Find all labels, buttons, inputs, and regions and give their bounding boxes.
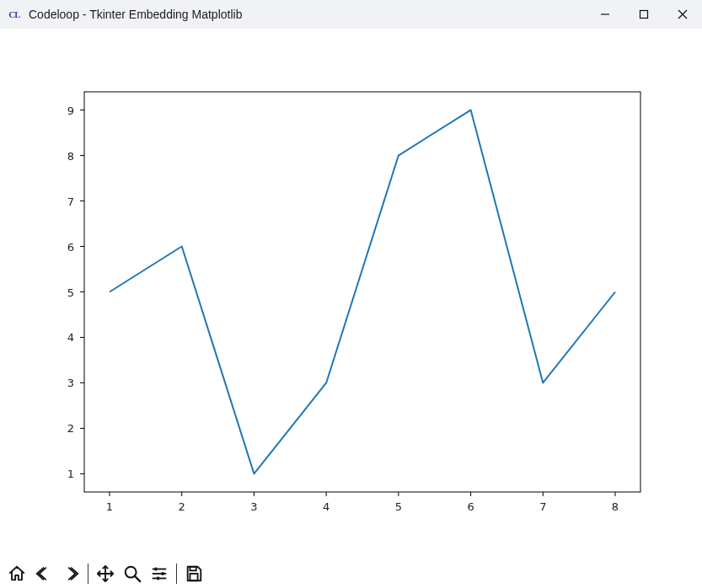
x-tick-label: 6 bbox=[467, 500, 474, 513]
x-tick-label: 2 bbox=[179, 500, 185, 513]
y-tick-label: 6 bbox=[67, 241, 74, 254]
toolbar-separator bbox=[88, 564, 88, 584]
svg-rect-31 bbox=[190, 574, 197, 580]
titlebar[interactable]: CL Codeloop - Tkinter Embedding Matplotl… bbox=[0, 0, 702, 29]
window-title: Codeloop - Tkinter Embedding Matplotlib bbox=[29, 8, 242, 21]
svg-rect-4 bbox=[84, 92, 640, 492]
window-controls bbox=[586, 0, 702, 29]
forward-icon bbox=[62, 564, 80, 583]
svg-rect-27 bbox=[155, 568, 158, 571]
configure-button[interactable] bbox=[147, 562, 171, 585]
save-icon bbox=[185, 564, 203, 583]
chart-svg: 12345678123456789 bbox=[0, 29, 702, 559]
y-tick-label: 1 bbox=[67, 468, 74, 480]
close-button[interactable] bbox=[663, 0, 702, 29]
toolbar-separator bbox=[176, 564, 177, 584]
svg-line-23 bbox=[135, 576, 140, 581]
zoom-icon bbox=[123, 564, 142, 583]
x-tick-label: 8 bbox=[612, 500, 619, 513]
y-tick-label: 7 bbox=[67, 195, 74, 208]
maximize-button[interactable] bbox=[624, 0, 663, 29]
zoom-button[interactable] bbox=[121, 562, 144, 585]
back-button[interactable] bbox=[32, 562, 56, 585]
chart-area: 12345678123456789 bbox=[0, 29, 702, 559]
x-tick-label: 7 bbox=[539, 500, 546, 513]
back-icon bbox=[35, 564, 53, 583]
close-icon bbox=[678, 9, 688, 19]
app-window: CL Codeloop - Tkinter Embedding Matplotl… bbox=[0, 0, 702, 588]
svg-rect-29 bbox=[157, 577, 159, 580]
app-icon: CL bbox=[7, 7, 22, 22]
maximize-icon bbox=[639, 9, 649, 19]
pan-button[interactable] bbox=[94, 562, 117, 585]
sliders-icon bbox=[150, 564, 169, 583]
x-tick-label: 4 bbox=[323, 500, 330, 513]
minimize-icon bbox=[600, 9, 610, 19]
data-line bbox=[110, 110, 615, 474]
app-icon-text: CL bbox=[8, 9, 19, 19]
y-tick-label: 2 bbox=[67, 422, 74, 435]
x-tick-label: 3 bbox=[250, 500, 257, 513]
y-tick-label: 3 bbox=[67, 377, 74, 389]
home-button[interactable] bbox=[5, 562, 29, 585]
svg-rect-30 bbox=[190, 567, 196, 571]
x-tick-label: 1 bbox=[106, 500, 113, 513]
y-tick-label: 4 bbox=[67, 331, 74, 344]
x-tick-label: 5 bbox=[395, 500, 402, 513]
home-icon bbox=[8, 564, 26, 583]
svg-rect-28 bbox=[162, 572, 164, 575]
pan-icon bbox=[96, 564, 115, 583]
y-tick-label: 9 bbox=[67, 104, 74, 117]
matplotlib-toolbar bbox=[0, 559, 702, 588]
y-tick-label: 5 bbox=[67, 286, 74, 299]
save-button[interactable] bbox=[182, 562, 206, 585]
minimize-button[interactable] bbox=[586, 0, 624, 29]
forward-button[interactable] bbox=[59, 562, 83, 585]
y-tick-label: 8 bbox=[67, 150, 74, 163]
svg-rect-1 bbox=[640, 11, 648, 19]
